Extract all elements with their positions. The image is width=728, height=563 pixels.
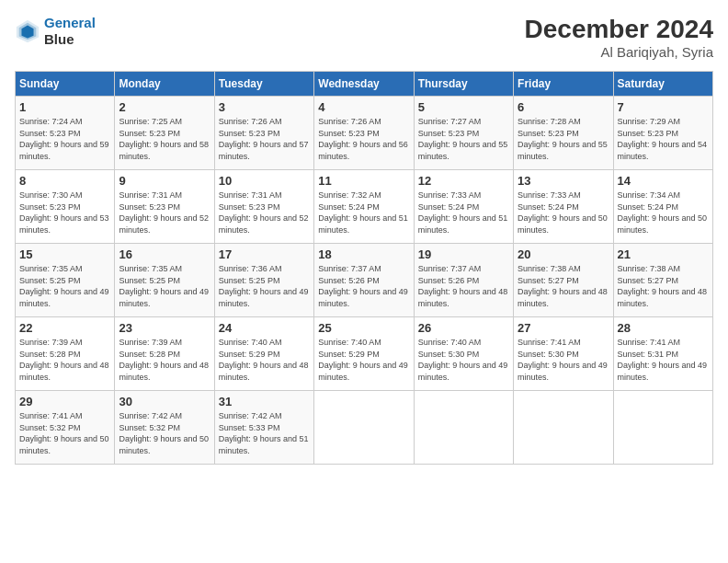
calendar-cell: 6 Sunrise: 7:28 AMSunset: 5:23 PMDayligh… bbox=[514, 97, 613, 170]
cell-content: Sunrise: 7:35 AMSunset: 5:25 PMDaylight:… bbox=[119, 263, 210, 309]
cell-content: Sunrise: 7:29 AMSunset: 5:23 PMDaylight:… bbox=[618, 116, 709, 162]
day-number: 3 bbox=[219, 100, 310, 114]
weekday-header: Wednesday bbox=[314, 72, 414, 97]
page-header: General Blue December 2024 Al Bariqiyah,… bbox=[15, 15, 713, 60]
logo-line2: Blue bbox=[44, 31, 96, 48]
calendar-cell: 13 Sunrise: 7:33 AMSunset: 5:24 PMDaylig… bbox=[514, 170, 613, 244]
day-number: 24 bbox=[219, 321, 310, 335]
day-number: 26 bbox=[418, 321, 509, 335]
day-number: 16 bbox=[119, 247, 210, 261]
calendar-cell: 1 Sunrise: 7:24 AMSunset: 5:23 PMDayligh… bbox=[16, 97, 115, 170]
calendar-week-row: 22 Sunrise: 7:39 AMSunset: 5:28 PMDaylig… bbox=[16, 317, 713, 391]
day-number: 18 bbox=[318, 247, 409, 261]
calendar-cell: 30 Sunrise: 7:42 AMSunset: 5:32 PMDaylig… bbox=[115, 391, 214, 465]
cell-content: Sunrise: 7:26 AMSunset: 5:23 PMDaylight:… bbox=[318, 116, 409, 162]
cell-content: Sunrise: 7:31 AMSunset: 5:23 PMDaylight:… bbox=[219, 190, 310, 236]
calendar-cell: 21 Sunrise: 7:38 AMSunset: 5:27 PMDaylig… bbox=[613, 244, 712, 317]
day-number: 12 bbox=[418, 174, 509, 188]
calendar-cell: 16 Sunrise: 7:35 AMSunset: 5:25 PMDaylig… bbox=[115, 244, 214, 317]
cell-content: Sunrise: 7:40 AMSunset: 5:29 PMDaylight:… bbox=[219, 337, 310, 383]
day-number: 28 bbox=[618, 321, 709, 335]
cell-content: Sunrise: 7:32 AMSunset: 5:24 PMDaylight:… bbox=[318, 190, 409, 236]
calendar-cell: 27 Sunrise: 7:41 AMSunset: 5:30 PMDaylig… bbox=[514, 317, 613, 391]
weekday-header: Saturday bbox=[613, 72, 712, 97]
cell-content: Sunrise: 7:24 AMSunset: 5:23 PMDaylight:… bbox=[19, 116, 110, 162]
calendar-cell: 31 Sunrise: 7:42 AMSunset: 5:33 PMDaylig… bbox=[214, 391, 313, 465]
cell-content: Sunrise: 7:33 AMSunset: 5:24 PMDaylight:… bbox=[418, 190, 509, 236]
day-number: 25 bbox=[318, 321, 409, 335]
calendar-cell: 23 Sunrise: 7:39 AMSunset: 5:28 PMDaylig… bbox=[115, 317, 214, 391]
day-number: 5 bbox=[418, 100, 509, 114]
weekday-header: Thursday bbox=[414, 72, 513, 97]
weekday-header: Monday bbox=[115, 72, 214, 97]
cell-content: Sunrise: 7:30 AMSunset: 5:23 PMDaylight:… bbox=[19, 190, 110, 236]
cell-content: Sunrise: 7:31 AMSunset: 5:23 PMDaylight:… bbox=[119, 190, 210, 236]
day-number: 23 bbox=[119, 321, 210, 335]
day-number: 6 bbox=[518, 100, 609, 114]
calendar-body: 1 Sunrise: 7:24 AMSunset: 5:23 PMDayligh… bbox=[16, 97, 713, 465]
day-number: 31 bbox=[219, 395, 310, 408]
location-subtitle: Al Bariqiyah, Syria bbox=[525, 44, 713, 60]
cell-content: Sunrise: 7:37 AMSunset: 5:26 PMDaylight:… bbox=[318, 263, 409, 309]
calendar-cell: 29 Sunrise: 7:41 AMSunset: 5:32 PMDaylig… bbox=[16, 391, 115, 465]
calendar-cell: 24 Sunrise: 7:40 AMSunset: 5:29 PMDaylig… bbox=[214, 317, 313, 391]
cell-content: Sunrise: 7:37 AMSunset: 5:26 PMDaylight:… bbox=[418, 263, 509, 309]
cell-content: Sunrise: 7:42 AMSunset: 5:32 PMDaylight:… bbox=[119, 410, 210, 456]
calendar-cell: 17 Sunrise: 7:36 AMSunset: 5:25 PMDaylig… bbox=[214, 244, 313, 317]
day-number: 15 bbox=[19, 247, 110, 261]
cell-content: Sunrise: 7:41 AMSunset: 5:31 PMDaylight:… bbox=[618, 337, 709, 383]
calendar-cell: 12 Sunrise: 7:33 AMSunset: 5:24 PMDaylig… bbox=[414, 170, 513, 244]
calendar-cell bbox=[314, 391, 414, 465]
calendar-cell: 22 Sunrise: 7:39 AMSunset: 5:28 PMDaylig… bbox=[16, 317, 115, 391]
cell-content: Sunrise: 7:41 AMSunset: 5:32 PMDaylight:… bbox=[19, 410, 110, 456]
day-number: 9 bbox=[119, 174, 210, 188]
cell-content: Sunrise: 7:26 AMSunset: 5:23 PMDaylight:… bbox=[219, 116, 310, 162]
calendar-cell: 26 Sunrise: 7:40 AMSunset: 5:30 PMDaylig… bbox=[414, 317, 513, 391]
day-number: 17 bbox=[219, 247, 310, 261]
calendar-cell: 10 Sunrise: 7:31 AMSunset: 5:23 PMDaylig… bbox=[214, 170, 313, 244]
calendar-cell: 2 Sunrise: 7:25 AMSunset: 5:23 PMDayligh… bbox=[115, 97, 214, 170]
logo-text: General Blue bbox=[44, 15, 96, 48]
calendar-week-row: 29 Sunrise: 7:41 AMSunset: 5:32 PMDaylig… bbox=[16, 391, 713, 465]
month-title: December 2024 bbox=[525, 15, 713, 44]
calendar-cell: 14 Sunrise: 7:34 AMSunset: 5:24 PMDaylig… bbox=[613, 170, 712, 244]
day-number: 11 bbox=[318, 174, 409, 188]
cell-content: Sunrise: 7:38 AMSunset: 5:27 PMDaylight:… bbox=[518, 263, 609, 309]
title-block: December 2024 Al Bariqiyah, Syria bbox=[525, 15, 713, 60]
logo: General Blue bbox=[15, 15, 96, 48]
calendar-week-row: 15 Sunrise: 7:35 AMSunset: 5:25 PMDaylig… bbox=[16, 244, 713, 317]
calendar-cell: 5 Sunrise: 7:27 AMSunset: 5:23 PMDayligh… bbox=[414, 97, 513, 170]
cell-content: Sunrise: 7:38 AMSunset: 5:27 PMDaylight:… bbox=[618, 263, 709, 309]
calendar-cell bbox=[414, 391, 513, 465]
cell-content: Sunrise: 7:40 AMSunset: 5:30 PMDaylight:… bbox=[418, 337, 509, 383]
cell-content: Sunrise: 7:41 AMSunset: 5:30 PMDaylight:… bbox=[518, 337, 609, 383]
calendar-cell: 9 Sunrise: 7:31 AMSunset: 5:23 PMDayligh… bbox=[115, 170, 214, 244]
day-number: 30 bbox=[119, 395, 210, 408]
calendar-week-row: 1 Sunrise: 7:24 AMSunset: 5:23 PMDayligh… bbox=[16, 97, 713, 170]
calendar-cell: 20 Sunrise: 7:38 AMSunset: 5:27 PMDaylig… bbox=[514, 244, 613, 317]
cell-content: Sunrise: 7:34 AMSunset: 5:24 PMDaylight:… bbox=[618, 190, 709, 236]
day-number: 27 bbox=[518, 321, 609, 335]
calendar-cell: 7 Sunrise: 7:29 AMSunset: 5:23 PMDayligh… bbox=[613, 97, 712, 170]
day-number: 22 bbox=[19, 321, 110, 335]
calendar-cell: 18 Sunrise: 7:37 AMSunset: 5:26 PMDaylig… bbox=[314, 244, 414, 317]
day-number: 21 bbox=[618, 247, 709, 261]
cell-content: Sunrise: 7:39 AMSunset: 5:28 PMDaylight:… bbox=[119, 337, 210, 383]
day-number: 10 bbox=[219, 174, 310, 188]
cell-content: Sunrise: 7:25 AMSunset: 5:23 PMDaylight:… bbox=[119, 116, 210, 162]
day-number: 13 bbox=[518, 174, 609, 188]
weekday-header: Friday bbox=[514, 72, 613, 97]
cell-content: Sunrise: 7:39 AMSunset: 5:28 PMDaylight:… bbox=[19, 337, 110, 383]
calendar-table: SundayMondayTuesdayWednesdayThursdayFrid… bbox=[15, 71, 713, 465]
logo-line1: General bbox=[44, 15, 96, 30]
cell-content: Sunrise: 7:35 AMSunset: 5:25 PMDaylight:… bbox=[19, 263, 110, 309]
cell-content: Sunrise: 7:42 AMSunset: 5:33 PMDaylight:… bbox=[219, 410, 310, 456]
cell-content: Sunrise: 7:27 AMSunset: 5:23 PMDaylight:… bbox=[418, 116, 509, 162]
cell-content: Sunrise: 7:28 AMSunset: 5:23 PMDaylight:… bbox=[518, 116, 609, 162]
calendar-cell: 25 Sunrise: 7:40 AMSunset: 5:29 PMDaylig… bbox=[314, 317, 414, 391]
calendar-cell bbox=[613, 391, 712, 465]
calendar-header-row: SundayMondayTuesdayWednesdayThursdayFrid… bbox=[16, 72, 713, 97]
logo-icon bbox=[15, 18, 40, 44]
calendar-cell: 28 Sunrise: 7:41 AMSunset: 5:31 PMDaylig… bbox=[613, 317, 712, 391]
cell-content: Sunrise: 7:36 AMSunset: 5:25 PMDaylight:… bbox=[219, 263, 310, 309]
